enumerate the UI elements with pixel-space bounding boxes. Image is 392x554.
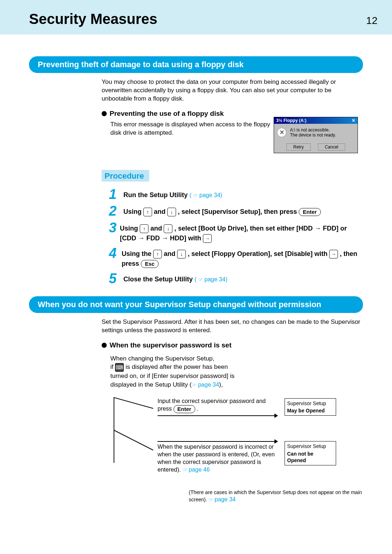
error-icon: ✕: [277, 128, 286, 137]
pointer-icon: ☞: [208, 496, 213, 503]
branch-bracket: [110, 394, 154, 467]
step5-ref: page 34: [204, 276, 225, 282]
section-heading-supervisor: When you do not want your Supervisor Set…: [29, 296, 363, 313]
step-3: 3 Using ↑ and ↓ , select [Boot Up Drive]…: [109, 221, 363, 243]
dialog-body: ✕ A:\ is not accessible. The device is n…: [274, 124, 358, 141]
dialog-buttons: Retry Cancel: [274, 141, 358, 153]
bullet-icon: [102, 343, 107, 348]
esc-key: Esc: [141, 260, 159, 268]
pointer-icon: ☞: [198, 276, 203, 284]
step-number: 2: [109, 204, 123, 218]
enter-key: Enter: [173, 405, 195, 413]
step-1: 1 Run the Setup Utility ( ☞ page 34): [109, 187, 363, 201]
step-number: 5: [109, 272, 123, 285]
flow-intro: When changing the Supervisor Setup, if ⌨…: [110, 354, 363, 389]
subheading-text: When the supervisor password is set: [110, 341, 232, 349]
footnote: (There are cases in which the Supervisor…: [189, 489, 363, 503]
sub-text: This error message is displayed when acc…: [110, 121, 277, 137]
pointer-icon: ☞: [192, 381, 196, 388]
flow-diagram: When changing the Supervisor Setup, if ⌨…: [110, 354, 363, 485]
cancel-button: Cancel: [318, 143, 345, 151]
arrow-right-icon: [274, 439, 278, 444]
step-2: 2 Using ↑ and ↓ , select [Supervisor Set…: [109, 204, 363, 218]
enter-key: Enter: [299, 208, 320, 216]
step-5: 5 Close the Setup Utility ( ☞ page 34): [109, 272, 363, 285]
pointer-icon: ☞: [183, 466, 187, 473]
lock-icon: ⌨: [115, 363, 124, 372]
step1-text: Run the Setup Utility: [123, 191, 188, 199]
dialog-line2: The device is not ready.: [290, 133, 336, 138]
section-heading-floppy: Preventing theft of damage to data using…: [29, 56, 363, 73]
arrow-right-icon: [274, 414, 278, 418]
result-cannot-open: Supervisor Setup Can not be Opened: [285, 441, 336, 465]
floppy-error-dialog: 3½ Floppy (A:) ✕ ✕ A:\ is not accessible…: [274, 117, 358, 153]
section1-intro: You may choose to protect the data on yo…: [102, 78, 363, 103]
dialog-line1: A:\ is not accessible.: [290, 127, 336, 133]
step-number: 3: [109, 221, 120, 235]
down-arrow-key-icon: ↓: [177, 250, 186, 258]
step1-ref: page 34: [199, 192, 220, 198]
up-arrow-key-icon: ↑: [143, 208, 152, 216]
up-arrow-key-icon: ↑: [140, 224, 148, 233]
right-arrow-key-icon: →: [329, 250, 338, 258]
branch-correct: Input the correct supervisor password an…: [158, 398, 336, 416]
page-number: 12: [366, 15, 377, 27]
step-number: 1: [109, 187, 123, 201]
section2-intro: Set the Supervisor Password. After it ha…: [102, 318, 363, 335]
subheading-password-set: When the supervisor password is set: [102, 341, 363, 349]
page-title: Security Measures: [29, 11, 158, 27]
step-4: 4 Using the ↑ and ↓ , select [Floppy Ope…: [109, 246, 363, 269]
bullet-icon: [102, 111, 107, 116]
subheading-text: Preventing the use of a floppy disk: [110, 110, 224, 118]
result-may-open: Supervisor Setup May be Opened: [285, 398, 336, 416]
dialog-titlebar: 3½ Floppy (A:) ✕: [274, 117, 358, 124]
page-content: Preventing theft of damage to data using…: [0, 34, 392, 518]
step5-text: Close the Setup Utility: [123, 276, 193, 283]
down-arrow-key-icon: ↓: [164, 224, 172, 233]
dialog-title: 3½ Floppy (A:): [276, 118, 306, 123]
down-arrow-key-icon: ↓: [167, 208, 176, 216]
step-number: 4: [109, 246, 122, 260]
retry-button: Retry: [286, 143, 311, 151]
subheading-preventing-use: Preventing the use of a floppy disk: [102, 110, 363, 118]
close-icon: ✕: [352, 118, 355, 123]
page-header: Security Measures 12: [0, 0, 392, 34]
procedure-label: Procedure: [102, 170, 149, 182]
pointer-icon: ☞: [193, 191, 198, 200]
branch-incorrect: When the supervisor password is incorrec…: [158, 441, 336, 473]
right-arrow-key-icon: →: [203, 234, 212, 243]
up-arrow-key-icon: ↑: [153, 250, 162, 258]
